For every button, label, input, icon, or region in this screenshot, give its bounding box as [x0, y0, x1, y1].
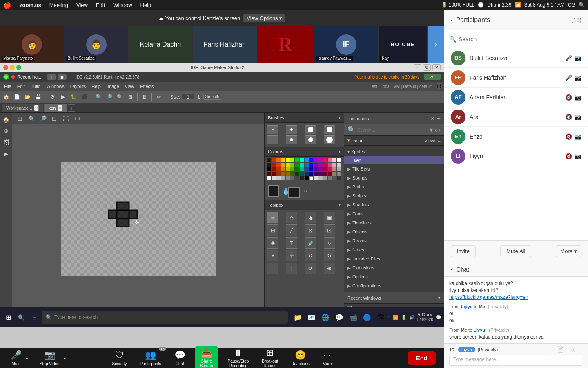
- colour-cell[interactable]: [286, 158, 290, 162]
- sprites-header[interactable]: ▾ Sprites: [344, 147, 444, 156]
- size-input[interactable]: [182, 94, 194, 100]
- colour-cell[interactable]: [272, 163, 276, 167]
- colour-cell[interactable]: [281, 167, 285, 171]
- taskbar-maps[interactable]: 🗺: [375, 312, 387, 323]
- tool-eraser[interactable]: ◇: [286, 212, 297, 223]
- colour-cell[interactable]: [272, 172, 276, 176]
- tool-flip-h[interactable]: ↔: [267, 263, 278, 274]
- search-icon[interactable]: 🔍: [579, 2, 585, 8]
- extensions-header[interactable]: ▶ Extensions: [344, 263, 444, 272]
- blockly-link[interactable]: https://blockly.games/maze?lang=en: [449, 294, 528, 300]
- mute-button[interactable]: 🎤 Mute: [8, 349, 24, 367]
- resources-close-button[interactable]: ✕: [430, 115, 435, 122]
- shaders-header[interactable]: ▶ Shaders: [344, 200, 444, 209]
- tilesets-header[interactable]: ▶ Tile Sets: [344, 164, 444, 173]
- menu-meeting[interactable]: Meeting: [48, 2, 70, 8]
- gms-minimize-button[interactable]: [10, 65, 15, 70]
- gms-btn-run[interactable]: ▶: [58, 92, 67, 101]
- gms-btn-zoomin[interactable]: 🔎: [105, 92, 114, 101]
- participants-button[interactable]: 👥 Participants: [137, 348, 165, 368]
- gms-menu-build[interactable]: Build: [28, 83, 43, 90]
- views-icon[interactable]: ≡: [438, 138, 441, 143]
- gms-menu-view[interactable]: View: [122, 83, 137, 90]
- colour-cell[interactable]: [300, 163, 304, 167]
- colour-cell[interactable]: [267, 163, 271, 167]
- mic-icon-ara[interactable]: 🔇: [565, 114, 572, 120]
- colour-cell[interactable]: [300, 158, 304, 162]
- colour-cell[interactable]: [337, 163, 341, 167]
- tool-fill-erase[interactable]: ◆: [305, 212, 316, 223]
- colour-cell[interactable]: [332, 158, 336, 162]
- colour-cell[interactable]: [309, 167, 313, 171]
- chat-input[interactable]: Type message here...: [449, 355, 583, 366]
- gms-btn-grid[interactable]: ⊞: [126, 92, 135, 101]
- colour-cell[interactable]: [295, 163, 299, 167]
- toolbox-header[interactable]: Toolbox ▾: [265, 200, 344, 210]
- colour-cell[interactable]: [332, 172, 336, 176]
- chat-more-icon[interactable]: ···: [578, 346, 583, 353]
- canvas-zoomout-btn[interactable]: 🔍: [27, 114, 36, 123]
- search-prev[interactable]: ‹: [434, 126, 437, 134]
- search-button[interactable]: 🔍: [16, 312, 27, 323]
- colours-header[interactable]: Colours ≡ ▾: [265, 147, 344, 157]
- gms-btn-zoom[interactable]: 🔍: [94, 92, 103, 101]
- taskbar-edge[interactable]: 🔵: [361, 312, 373, 323]
- colour-cell[interactable]: [323, 167, 327, 171]
- colour-cell[interactable]: [286, 167, 290, 171]
- participant-item-enzo[interactable]: En Enzo 🔇 📷: [444, 127, 588, 146]
- colour-cell[interactable]: [267, 167, 271, 171]
- gms-btn-debug[interactable]: 🐛: [69, 92, 78, 101]
- canvas-grid-btn[interactable]: ⊞: [16, 114, 24, 123]
- participant-thumb-faris[interactable]: Faris Hafizhan: [193, 26, 257, 63]
- apple-menu[interactable]: 🍎: [3, 1, 11, 9]
- video-chevron[interactable]: ▲: [63, 356, 67, 360]
- tool-move2[interactable]: ⊕: [324, 263, 335, 274]
- gms-menu-effects[interactable]: Effects: [138, 83, 156, 90]
- taskbar-folder[interactable]: 📁: [292, 312, 303, 323]
- tool-pencil[interactable]: ✏: [267, 212, 278, 223]
- participants-search-input[interactable]: [459, 36, 583, 43]
- colour-cell[interactable]: [318, 158, 323, 162]
- configurations-header[interactable]: ▶ Configurations: [344, 281, 444, 290]
- colour-cell[interactable]: [276, 167, 281, 171]
- colour-cell[interactable]: [305, 158, 309, 162]
- recording-stop[interactable]: ⏹: [58, 74, 67, 80]
- pause-recording-button[interactable]: ⏸ Pause/Stop Recording: [225, 346, 252, 368]
- colour-cell[interactable]: [309, 176, 313, 180]
- views-label[interactable]: Views: [424, 138, 436, 143]
- tool-line[interactable]: ╱: [286, 224, 297, 236]
- gms-menu-help[interactable]: Help: [89, 83, 103, 90]
- participant-thumb-r[interactable]: R: [257, 26, 314, 63]
- brush-8[interactable]: [324, 135, 335, 144]
- colour-cell[interactable]: [323, 158, 327, 162]
- reactions-button[interactable]: 😊 Reactions: [288, 348, 312, 368]
- user-icon[interactable]: CG: [568, 2, 575, 8]
- windows-search-bar[interactable]: 🔍 Type here to search: [42, 311, 288, 324]
- file-label[interactable]: File: [567, 347, 576, 353]
- systray-clock[interactable]: 9:17 AM 8/8/2020: [417, 313, 433, 322]
- win-start-button[interactable]: ⊞: [2, 312, 14, 323]
- colour-cell[interactable]: [286, 163, 290, 167]
- colour-cell[interactable]: [328, 176, 332, 180]
- tool-move[interactable]: ✛: [286, 250, 297, 261]
- gms-close-button[interactable]: [3, 65, 8, 70]
- timelines-header[interactable]: ▶ Timelines: [344, 218, 444, 227]
- colour-cell[interactable]: [281, 172, 285, 176]
- mic-icon-faris[interactable]: 🎤: [565, 74, 572, 81]
- colour-cell[interactable]: [290, 167, 294, 171]
- brush-7[interactable]: [305, 135, 316, 144]
- colour-cell[interactable]: [323, 172, 327, 176]
- colour-cell[interactable]: [309, 158, 313, 162]
- colour-cell[interactable]: [314, 172, 318, 176]
- video-icon-enzo[interactable]: 📷: [575, 133, 581, 140]
- participant-item-liyyu[interactable]: Li Liyyu 🔇 📷: [444, 146, 588, 166]
- colour-cell[interactable]: [295, 158, 299, 162]
- gms-tab-ken[interactable]: ken ✕: [44, 104, 67, 112]
- colour-cell[interactable]: [276, 163, 281, 167]
- options-header[interactable]: ▶ Options: [344, 272, 444, 281]
- colour-cell[interactable]: [290, 172, 294, 176]
- colour-cell[interactable]: [328, 172, 332, 176]
- gms-tab-ken-close[interactable]: ✕: [58, 105, 62, 111]
- colour-cell[interactable]: [295, 176, 299, 180]
- tool-magic[interactable]: ✱: [267, 237, 278, 249]
